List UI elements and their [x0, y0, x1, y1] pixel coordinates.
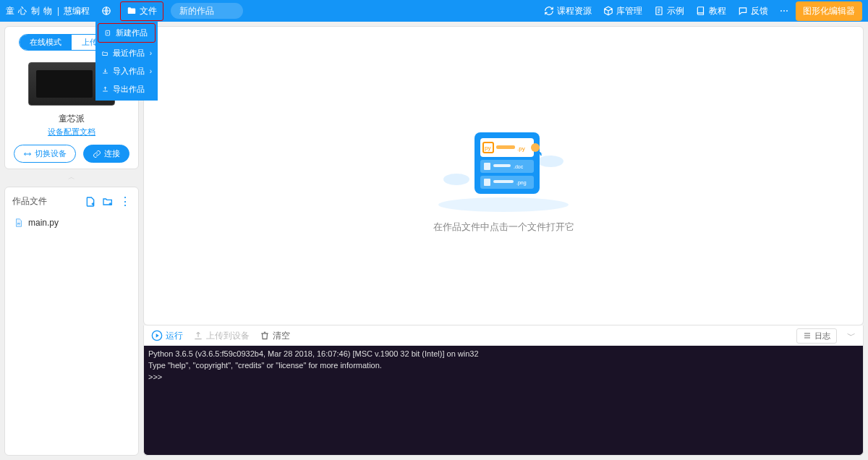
- connect-button[interactable]: 连接: [83, 145, 129, 163]
- files-header: 作品文件: [12, 195, 47, 208]
- file-name: main.py: [28, 218, 59, 228]
- brand: 童 心 制 物: [6, 5, 53, 17]
- example-link[interactable]: 示例: [650, 3, 689, 20]
- more-menu[interactable]: ⋯: [775, 4, 793, 18]
- device-name: 童芯派: [59, 113, 85, 125]
- graphical-editor-button[interactable]: 图形化编辑器: [796, 1, 862, 21]
- editor-empty-area: py .py .doc .png 在作品文件中点击一个文件打开它: [143, 26, 864, 325]
- svg-text:.png: .png: [516, 180, 527, 186]
- import-icon: [101, 68, 109, 75]
- export-project-item[interactable]: 导出作品: [95, 80, 158, 98]
- new-project-item[interactable]: 新建作品: [98, 23, 156, 43]
- clear-icon: [260, 331, 270, 341]
- brand-sub: 慧编程: [64, 5, 90, 17]
- collapse-handle[interactable]: ︿: [4, 172, 139, 182]
- export-icon: [101, 86, 109, 93]
- package-icon: [603, 6, 613, 16]
- file-menu-label: 文件: [140, 5, 157, 17]
- top-bar: 童 心 制 物 | 慧编程 文件 课程资源 库管理 示例 教程 反馈 ⋯ 图形化…: [0, 0, 868, 22]
- device-config-link[interactable]: 设备配置文档: [48, 127, 95, 137]
- chat-icon: [738, 6, 748, 16]
- log-selector[interactable]: 日志: [796, 328, 837, 344]
- file-menu-button[interactable]: 文件: [120, 1, 163, 21]
- upload-to-device-button: 上传到设备: [193, 330, 250, 342]
- svg-rect-20: [493, 180, 514, 183]
- link-icon: [93, 150, 101, 158]
- book-icon: [696, 6, 706, 16]
- brand-divider: |: [57, 6, 59, 16]
- lib-manage-link[interactable]: 库管理: [599, 3, 647, 20]
- chevron-right-icon: ›: [150, 67, 152, 75]
- new-file-icon[interactable]: [85, 196, 96, 208]
- upload-icon: [193, 331, 203, 341]
- folder-open-icon: [101, 50, 109, 57]
- globe-icon: [101, 6, 111, 16]
- top-right-group: 课程资源 库管理 示例 教程 反馈 ⋯ 图形化编辑器: [540, 1, 862, 21]
- import-project-item[interactable]: 导入作品 ›: [95, 62, 158, 80]
- svg-rect-11: [496, 145, 515, 149]
- lang-button[interactable]: [95, 3, 120, 19]
- terminal-output[interactable]: Python 3.6.5 (v3.6.5:f59c0932b4, Mar 28 …: [143, 346, 864, 456]
- svg-rect-16: [493, 164, 511, 167]
- svg-point-4: [438, 197, 569, 212]
- feedback-link[interactable]: 反馈: [733, 3, 773, 20]
- chevron-right-icon: ›: [150, 49, 152, 57]
- clear-button[interactable]: 清空: [260, 330, 290, 342]
- switch-device-button[interactable]: 切换设备: [14, 145, 76, 163]
- course-resources-link[interactable]: 课程资源: [540, 3, 596, 20]
- svg-text:.py: .py: [517, 145, 525, 152]
- new-folder-icon[interactable]: [102, 196, 114, 208]
- swap-icon: [23, 150, 32, 158]
- empty-text: 在作品文件中点击一个文件打开它: [433, 221, 574, 234]
- svg-point-5: [443, 174, 469, 185]
- plus-file-icon: [104, 30, 112, 37]
- svg-rect-15: [484, 163, 490, 170]
- folder-icon: [127, 6, 137, 16]
- svg-point-6: [537, 156, 563, 167]
- tutorial-link[interactable]: 教程: [692, 3, 731, 20]
- console-toolbar: 运行 上传到设备 清空 日志 ﹀: [143, 325, 864, 346]
- python-file-icon: py: [14, 218, 24, 228]
- file-dropdown: 新建作品 最近作品 › 导入作品 › 导出作品: [95, 22, 158, 101]
- empty-illustration: py .py .doc .png: [431, 118, 576, 212]
- refresh-icon: [544, 6, 554, 16]
- svg-text:.doc: .doc: [514, 164, 524, 169]
- svg-text:py: py: [485, 145, 490, 151]
- files-card: 作品文件 ⋮ py main.py: [4, 187, 139, 456]
- list-icon: [803, 331, 812, 340]
- doc-icon: [654, 6, 664, 16]
- svg-rect-19: [484, 179, 490, 186]
- run-button[interactable]: 运行: [151, 330, 183, 342]
- chevron-down-icon[interactable]: ﹀: [847, 330, 856, 342]
- recent-project-item[interactable]: 最近作品 ›: [95, 44, 158, 62]
- tab-online[interactable]: 在线模式: [20, 35, 72, 50]
- play-icon: [151, 330, 163, 341]
- project-title-input[interactable]: [171, 3, 243, 19]
- files-more-icon[interactable]: ⋮: [119, 195, 131, 208]
- file-item-main[interactable]: py main.py: [12, 216, 131, 230]
